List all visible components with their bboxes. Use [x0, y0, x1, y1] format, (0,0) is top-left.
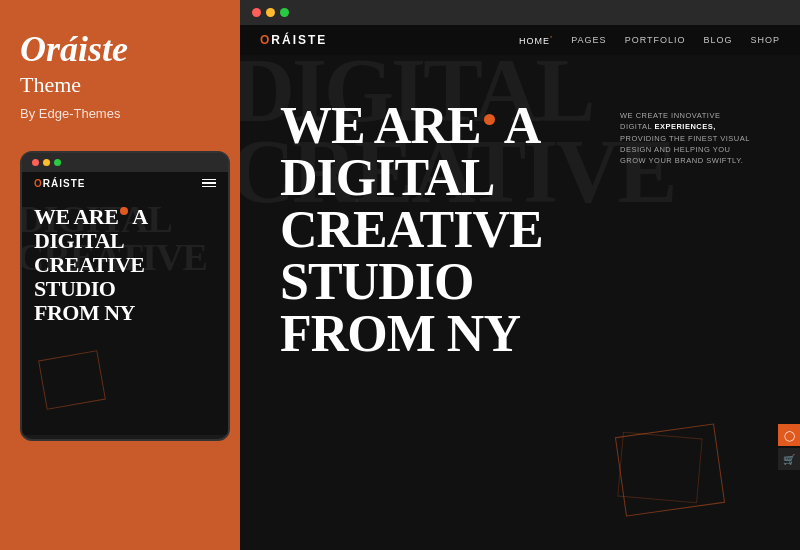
left-panel: Oráiste Theme By Edge-Themes ORÁISTE DIG… [0, 0, 240, 550]
nav-link-home[interactable]: HOME* [519, 35, 553, 46]
nav-link-portfolio[interactable]: PORTFOLIO [625, 35, 686, 45]
desktop-dot-green [280, 8, 289, 17]
side-button-orange[interactable]: ◯ [778, 424, 800, 446]
theme-author: By Edge-Themes [20, 106, 220, 121]
desktop-shape-2 [617, 432, 702, 504]
desktop-side-buttons: ◯ 🛒 [778, 424, 800, 470]
desktop-logo-accent: O [260, 33, 271, 47]
mobile-dot-green [54, 159, 61, 166]
desktop-orange-dot [484, 114, 495, 125]
right-panel: ORÁISTE HOME* PAGES PORTFOLIO BLOG SHOP … [240, 0, 800, 550]
mobile-logo-accent: O [34, 178, 43, 189]
mobile-orange-dot [120, 207, 128, 215]
theme-title: Oráiste [20, 30, 220, 70]
mobile-hero: DIGITALCREATIVE WE ARE A DIGITAL CREATIV… [22, 195, 228, 435]
nav-link-blog[interactable]: BLOG [703, 35, 732, 45]
mobile-dot-yellow [43, 159, 50, 166]
mobile-dot-red [32, 159, 39, 166]
mobile-hero-text: WE ARE A DIGITAL CREATIVE STUDIO FROM NY [34, 205, 216, 326]
desktop-nav-links: HOME* PAGES PORTFOLIO BLOG SHOP [519, 35, 780, 46]
mobile-hamburger-icon[interactable] [202, 179, 216, 188]
desktop-hero-main: WE ARE A DIGITAL CREATIVE STUDIO FROM NY [280, 100, 760, 360]
desktop-browser-bar [240, 0, 800, 25]
desktop-logo: ORÁISTE [260, 33, 327, 47]
nav-link-pages[interactable]: PAGES [571, 35, 606, 45]
nav-link-shop[interactable]: SHOP [750, 35, 780, 45]
desktop-dot-red [252, 8, 261, 17]
desktop-hero: DIGITALCREATIVE WE ARE A DIGITAL CREATIV… [240, 55, 800, 550]
desktop-nav: ORÁISTE HOME* PAGES PORTFOLIO BLOG SHOP [240, 25, 800, 55]
desktop-hero-title: WE ARE A DIGITAL CREATIVE STUDIO FROM NY [280, 100, 760, 360]
mobile-preview: ORÁISTE DIGITALCREATIVE WE ARE A DIGITAL… [20, 151, 230, 441]
mobile-shape [38, 350, 106, 410]
mobile-logo: ORÁISTE [34, 178, 85, 189]
side-button-dark[interactable]: 🛒 [778, 448, 800, 470]
mobile-nav: ORÁISTE [22, 172, 228, 195]
mobile-browser-bar [22, 153, 228, 172]
desktop-dot-yellow [266, 8, 275, 17]
theme-subtitle: Theme [20, 72, 220, 98]
